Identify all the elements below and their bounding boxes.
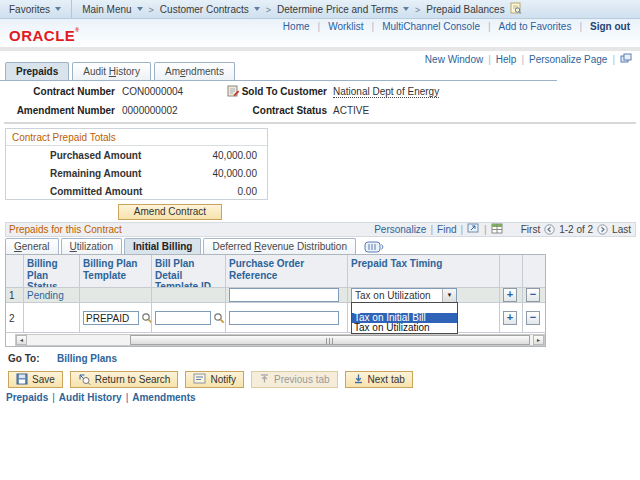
breadcrumb-favorites-label: Favorites [9, 4, 50, 15]
new-window-link[interactable]: New Window [425, 54, 483, 65]
add-row-button[interactable]: + [503, 311, 517, 325]
breadcrumb-favorites[interactable]: Favorites [9, 4, 61, 15]
row-number-header [6, 255, 24, 287]
grid-header-bar: Prepaids for this Contract Personalize F… [5, 222, 636, 237]
header-link-separator [310, 21, 329, 32]
save-button[interactable]: Save [8, 371, 63, 388]
pagebar-separator [607, 54, 620, 65]
grid-tab-initial-billing[interactable]: Initial Billing [124, 238, 201, 254]
bill-plan-detail-template-input[interactable] [155, 311, 211, 325]
committed-amount-label: Committed Amount [50, 186, 142, 197]
page-bar: New WindowHelpPersonalize Page [425, 53, 632, 65]
totals-row: Purchased Amount 40,000.00 [6, 146, 267, 164]
copy-url-icon[interactable] [620, 54, 632, 65]
horizontal-scrollbar[interactable]: ◄ ► [15, 334, 545, 346]
grid-tabs: GeneralUtilizationInitial BillingDeferre… [5, 237, 385, 254]
header-link-worklist[interactable]: Worklist [328, 21, 363, 32]
pagebar-separator [516, 54, 529, 65]
tab-prepaids[interactable]: Prepaids [5, 62, 69, 80]
sign-out-link[interactable]: Sign out [590, 21, 630, 32]
grid-link-separator [480, 224, 491, 235]
previous-tab-label: Previous tab [274, 374, 330, 385]
amend-contract-button[interactable]: Amend Contract [118, 204, 222, 220]
next-tab-button[interactable]: Next tab [345, 371, 413, 388]
save-icon [16, 373, 28, 387]
footer-link-prepaids[interactable]: Prepaids [6, 392, 48, 403]
column-header-billing-plan-status: Billing Plan Status [24, 255, 80, 287]
breadcrumb-determine-price-terms[interactable]: Determine Price and Terms [277, 4, 409, 15]
download-icon[interactable] [491, 223, 503, 236]
billing-plan-status-link[interactable]: Pending [27, 290, 64, 301]
find-link[interactable]: Find [437, 224, 456, 235]
header-link-separator [364, 21, 383, 32]
billing-plan-template-input[interactable] [83, 311, 139, 325]
breadcrumb-main-menu[interactable]: Main Menu [82, 4, 142, 15]
help-link[interactable]: Help [496, 54, 517, 65]
section-divider [4, 122, 636, 124]
select-dropdown-arrow-icon[interactable]: ▼ [442, 289, 456, 302]
show-all-columns-icon[interactable] [364, 241, 385, 254]
grid-tab-deferred-revenue[interactable]: Deferred Revenue Distribution [203, 238, 356, 254]
tax-timing-dropdown-list: Tax on Initial Bill Tax on Utilization [351, 302, 458, 334]
footer-link-amendments[interactable]: Amendments [132, 392, 195, 403]
delete-row-button[interactable]: − [526, 288, 540, 302]
pager-previous-icon[interactable] [544, 224, 555, 235]
pagebar-separator [483, 54, 496, 65]
scroll-left-arrow[interactable]: ◄ [16, 335, 27, 345]
previous-tab-button: Previous tab [251, 371, 338, 388]
footer-link-audit-history[interactable]: Audit History [59, 392, 122, 403]
scroll-right-arrow[interactable]: ► [533, 335, 544, 345]
committed-amount-value: 0.00 [238, 186, 257, 197]
breadcrumb-item-label: Prepaid Balances [426, 4, 504, 15]
scrollbar-thumb[interactable] [130, 335, 530, 345]
contract-status-value: ACTIVE [333, 105, 369, 116]
contract-number-value: CON0000004 [122, 86, 183, 97]
chevron-down-icon [55, 7, 61, 11]
pager-last-label[interactable]: Last [612, 224, 631, 235]
return-to-search-button[interactable]: Return to Search [70, 371, 179, 388]
purchase-order-reference-input[interactable] [229, 311, 339, 325]
dropdown-option-tax-on-utilization[interactable]: Tax on Utilization [352, 323, 457, 333]
tab-audit-history[interactable]: Audit History [72, 62, 151, 80]
header-link-multichannel-console[interactable]: MultiChannel Console [382, 21, 480, 32]
table-row: 2 + − [6, 303, 545, 333]
sold-to-customer-link[interactable]: National Dept of Energy [333, 86, 439, 98]
header-link-add-to-favorites[interactable]: Add to Favorites [499, 21, 572, 32]
breadcrumb-customer-contracts[interactable]: Customer Contracts [160, 4, 260, 15]
purchase-order-reference-input[interactable] [229, 288, 339, 302]
prepaid-tax-timing-select[interactable]: Tax on Utilization ▼ [351, 288, 457, 302]
remaining-amount-label: Remaining Amount [50, 168, 141, 179]
personalize-link[interactable]: Personalize [374, 224, 426, 235]
grid-link-separator [457, 224, 468, 235]
billing-plan-template-cell [80, 288, 152, 302]
prepaid-balances-page: Favorites Main Menu Customer Contracts D… [0, 0, 640, 480]
personalize-page-link[interactable]: Personalize Page [529, 54, 607, 65]
breadcrumb-separator [143, 4, 160, 15]
lookup-magnifier-icon[interactable] [141, 312, 152, 324]
billing-plans-link[interactable]: Billing Plans [57, 353, 117, 364]
add-row-button[interactable]: + [503, 288, 517, 302]
notify-button[interactable]: Notify [185, 371, 244, 388]
selected-tax-timing: Tax on Utilization [352, 290, 442, 301]
tab-amendments[interactable]: Amendments [154, 62, 235, 80]
grid-tab-general[interactable]: General [5, 238, 59, 254]
row-number: 1 [6, 288, 24, 302]
save-label: Save [32, 374, 55, 385]
component-tabs: PrepaidsAudit HistoryAmendments [5, 62, 238, 80]
header-link-home[interactable]: Home [283, 21, 310, 32]
contract-prepaid-totals-box: Contract Prepaid Totals Purchased Amount… [5, 128, 268, 200]
column-header-billing-plan-template: Billing Plan Template [80, 255, 152, 287]
page-search-icon[interactable] [510, 2, 522, 16]
grid-tab-utilization[interactable]: Utilization [61, 238, 122, 254]
breadcrumb-prepaid-balances: Prepaid Balances [426, 4, 504, 15]
pager-first-label[interactable]: First [521, 224, 540, 235]
registered-mark: ® [75, 27, 79, 33]
notify-label: Notify [210, 374, 236, 385]
view-all-icon[interactable] [467, 223, 480, 236]
grid-title: Prepaids for this Contract [6, 224, 122, 235]
pager-range: 1-2 of 2 [559, 224, 593, 235]
lookup-magnifier-icon[interactable] [213, 312, 225, 324]
delete-row-button[interactable]: − [526, 311, 540, 325]
grid-pager: First 1-2 of 2 Last [517, 224, 631, 235]
pager-next-icon[interactable] [597, 224, 608, 235]
